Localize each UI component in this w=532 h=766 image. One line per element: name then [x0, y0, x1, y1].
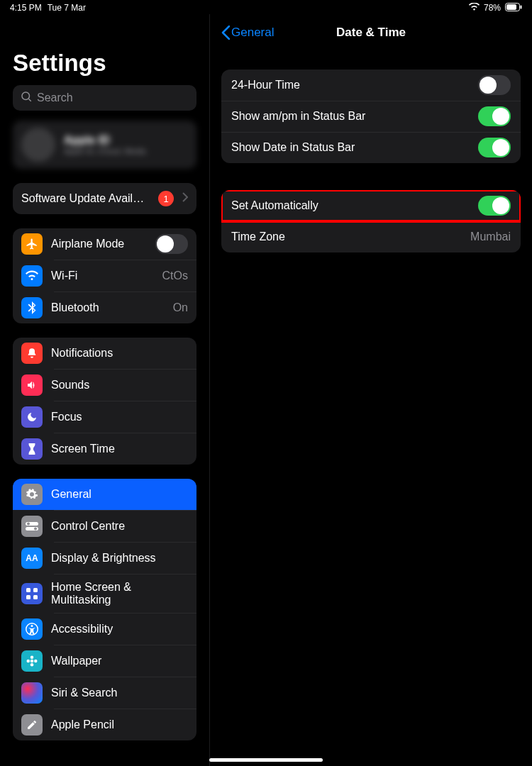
- accessibility-icon: [21, 618, 43, 640]
- pencil-icon: [21, 714, 43, 736]
- status-date: Tue 7 Mar: [48, 3, 86, 13]
- status-bar: 4:15 PM Tue 7 Mar 78%: [0, 0, 532, 14]
- svg-rect-9: [26, 588, 31, 592]
- general-label: General: [51, 488, 188, 501]
- home-screen-label: Home Screen & Multitasking: [51, 581, 188, 606]
- text-size-icon: AA: [21, 548, 43, 569]
- focus-label: Focus: [51, 411, 188, 423]
- battery-percent: 78%: [484, 3, 501, 13]
- bluetooth-label: Bluetooth: [51, 301, 165, 314]
- pencil-label: Apple Pencil: [51, 718, 188, 731]
- svg-rect-11: [26, 595, 31, 599]
- 24hour-label: 24-Hour Time: [231, 79, 478, 91]
- wifi-label: Wi-Fi: [51, 270, 154, 282]
- time-format-group: 24-Hour Time Show am/pm in Status Bar Sh…: [221, 70, 521, 163]
- svg-point-15: [31, 660, 34, 663]
- home-indicator[interactable]: [209, 758, 323, 762]
- 24hour-row[interactable]: 24-Hour Time: [221, 70, 521, 101]
- avatar: [21, 128, 55, 162]
- svg-point-3: [22, 92, 30, 100]
- ampm-toggle[interactable]: [478, 106, 511, 126]
- time-zone-row[interactable]: Time Zone Mumbai: [221, 221, 521, 252]
- hourglass-icon: [21, 438, 43, 460]
- control-centre-row[interactable]: Control Centre: [13, 511, 196, 542]
- back-button[interactable]: General: [221, 17, 274, 48]
- grid-icon: [21, 583, 43, 604]
- show-date-toggle[interactable]: [478, 138, 511, 157]
- show-date-label: Show Date in Status Bar: [231, 141, 478, 154]
- airplane-toggle[interactable]: [155, 234, 188, 254]
- siri-icon: [21, 682, 43, 704]
- wifi-row[interactable]: Wi-Fi CtOs: [13, 260, 196, 292]
- status-time: 4:15 PM: [10, 3, 42, 13]
- screen-time-label: Screen Time: [51, 443, 188, 455]
- wifi-settings-icon: [21, 265, 43, 287]
- bluetooth-icon: [21, 297, 43, 318]
- wallpaper-label: Wallpaper: [51, 655, 188, 667]
- set-automatically-label: Set Automatically: [231, 199, 478, 212]
- display-label: Display & Brightness: [51, 552, 188, 565]
- search-input[interactable]: [37, 91, 189, 104]
- wifi-value: CtOs: [162, 270, 188, 282]
- ampm-label: Show am/pm in Status Bar: [231, 110, 478, 123]
- svg-line-4: [28, 99, 31, 101]
- ampm-row[interactable]: Show am/pm in Status Bar: [221, 101, 521, 132]
- battery-icon: [505, 3, 522, 13]
- notifications-row[interactable]: Notifications: [13, 338, 196, 369]
- page-title: Date & Time: [336, 26, 406, 40]
- screen-time-row[interactable]: Screen Time: [13, 433, 196, 465]
- svg-rect-1: [506, 4, 516, 10]
- sidebar-title: Settings: [13, 50, 196, 77]
- svg-point-16: [31, 656, 34, 660]
- airplane-label: Airplane Mode: [51, 238, 147, 250]
- search-icon: [20, 90, 33, 106]
- svg-point-18: [27, 660, 31, 663]
- software-update-label: Software Update Avail…: [21, 192, 150, 205]
- bluetooth-row[interactable]: Bluetooth On: [13, 292, 196, 323]
- sounds-row[interactable]: Sounds: [13, 370, 196, 401]
- svg-point-17: [31, 663, 34, 667]
- software-update-row[interactable]: Software Update Avail… 1: [13, 183, 196, 214]
- 24hour-toggle[interactable]: [478, 75, 511, 95]
- focus-row[interactable]: Focus: [13, 401, 196, 433]
- wifi-icon: [469, 3, 480, 13]
- svg-rect-12: [33, 595, 38, 599]
- pencil-row[interactable]: Apple Pencil: [13, 709, 196, 740]
- siri-label: Siri & Search: [51, 687, 188, 699]
- moon-icon: [21, 406, 43, 428]
- flower-icon: [21, 650, 43, 672]
- time-zone-label: Time Zone: [231, 231, 470, 243]
- wallpaper-row[interactable]: Wallpaper: [13, 645, 196, 677]
- notifications-label: Notifications: [51, 347, 188, 360]
- search-field[interactable]: [13, 85, 196, 111]
- svg-point-8: [34, 528, 37, 531]
- update-badge: 1: [158, 191, 174, 206]
- accessibility-row[interactable]: Accessibility: [13, 614, 196, 645]
- general-row[interactable]: General: [13, 479, 196, 510]
- svg-point-14: [31, 625, 33, 627]
- bell-icon: [21, 343, 43, 364]
- siri-row[interactable]: Siri & Search: [13, 677, 196, 709]
- speaker-icon: [21, 374, 43, 396]
- detail-pane: General Date & Time 24-Hour Time Show am…: [210, 14, 532, 766]
- airplane-icon: [21, 233, 43, 255]
- accessibility-label: Accessibility: [51, 623, 188, 635]
- time-zone-group: Set Automatically Time Zone Mumbai: [221, 190, 521, 252]
- show-date-row[interactable]: Show Date in Status Bar: [221, 132, 521, 163]
- chevron-right-icon: [182, 192, 188, 205]
- back-label: General: [231, 26, 274, 40]
- home-screen-row[interactable]: Home Screen & Multitasking: [13, 574, 196, 613]
- control-centre-label: Control Centre: [51, 520, 188, 533]
- airplane-mode-row[interactable]: Airplane Mode: [13, 228, 196, 260]
- svg-rect-10: [33, 588, 38, 592]
- time-zone-value: Mumbai: [470, 231, 511, 243]
- settings-sidebar: Settings Apple ID Apple ID, iCloud, Medi…: [0, 14, 210, 766]
- apple-id-row[interactable]: Apple ID Apple ID, iCloud, Media: [13, 121, 196, 169]
- svg-rect-2: [521, 5, 522, 9]
- svg-point-19: [34, 660, 38, 663]
- sounds-label: Sounds: [51, 379, 188, 392]
- set-automatically-toggle[interactable]: [478, 196, 511, 216]
- display-row[interactable]: AA Display & Brightness: [13, 543, 196, 574]
- set-automatically-row[interactable]: Set Automatically: [221, 190, 521, 221]
- bluetooth-value: On: [173, 301, 188, 314]
